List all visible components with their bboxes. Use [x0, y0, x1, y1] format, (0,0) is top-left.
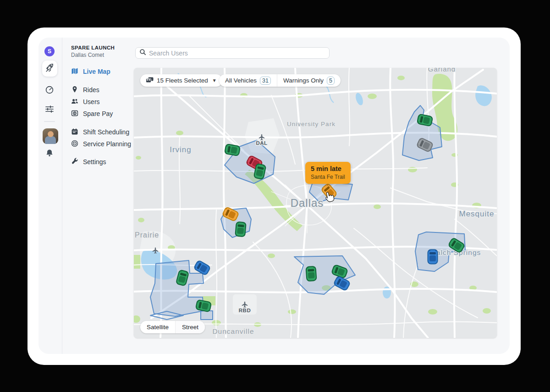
city-label: Mesquite: [459, 210, 495, 218]
pin-icon: [71, 86, 78, 94]
sidebar-item-settings[interactable]: Settings: [71, 157, 106, 166]
rail-item-controls[interactable]: [45, 105, 54, 115]
sidebar-item-rides[interactable]: Rides: [71, 85, 99, 94]
avatar[interactable]: [43, 128, 58, 144]
sidebar-item-shift-scheduling[interactable]: Shift Scheduling: [71, 127, 129, 137]
pay-icon: [71, 110, 78, 118]
sidebar-item-users[interactable]: Users: [71, 97, 100, 106]
sidebar-item-label: Shift Scheduling: [83, 128, 129, 136]
spare-logo[interactable]: S: [44, 46, 55, 56]
map-layer-toggle: Satellite Street: [140, 321, 205, 333]
sidebar-item-label: Service Planning: [83, 140, 131, 148]
icon-rail: S: [38, 38, 62, 354]
target-icon: [71, 140, 78, 149]
airport-code: DAL: [256, 140, 267, 146]
rail-item-dashboard[interactable]: [45, 86, 54, 95]
fleets-dropdown-button[interactable]: 15 Fleets Selected ▼: [140, 74, 222, 87]
city-label: University Park: [287, 121, 336, 127]
all-vehicles-count-badge: 31: [260, 77, 271, 85]
vehicle-status-tooltip: 5 min late Santa Fe Trail: [305, 162, 351, 184]
tooltip-title: 5 min late: [311, 165, 345, 172]
city-label: Prairie: [135, 231, 159, 239]
avatar-shirt: [45, 136, 56, 144]
sliders-icon: [45, 105, 54, 116]
calendar-icon: [71, 128, 78, 137]
brand-name: SPARE LAUNCH: [71, 45, 135, 50]
rocket-icon: [45, 63, 55, 74]
avatar-face: [48, 131, 54, 137]
sidebar-item-label: Users: [83, 98, 100, 105]
layer-button-street[interactable]: Street: [175, 321, 205, 333]
rail-item-notifications[interactable]: [45, 149, 54, 159]
city-label: Dallas: [291, 197, 324, 209]
filter-all-vehicles[interactable]: All Vehicles 31: [219, 74, 277, 87]
city-label: Garland: [428, 68, 456, 73]
city-label: Irving: [170, 145, 192, 154]
vehicle-marker-green[interactable]: [235, 222, 246, 237]
city-label: Duncanville: [212, 327, 254, 335]
sidebar-item-spare-pay[interactable]: Spare Pay: [71, 109, 113, 118]
vehicle-marker-blue[interactable]: [428, 250, 438, 264]
wrench-icon: [71, 158, 78, 166]
sidebar-item-label: Live Map: [83, 68, 110, 75]
vehicle-marker-green[interactable]: [306, 266, 316, 281]
vehicle-marker-green[interactable]: [225, 144, 240, 156]
app-window: S: [38, 38, 510, 354]
bell-icon: [45, 149, 54, 159]
rail-item-launch[interactable]: [42, 61, 57, 77]
sidebar-item-label: Rides: [83, 86, 99, 94]
sidebar-item-live-map[interactable]: Live Map: [71, 67, 110, 76]
chevron-down-icon: ▼: [212, 78, 217, 83]
brand-block: SPARE LAUNCH Dallas Comet: [71, 45, 135, 58]
layer-button-satellite[interactable]: Satellite: [140, 321, 175, 333]
tooltip-subtitle: Santa Fe Trail: [311, 174, 345, 180]
sidebar-item-label: Spare Pay: [83, 110, 113, 117]
sidebar-divider: [62, 38, 62, 354]
search-input[interactable]: [149, 50, 325, 57]
device-frame: S: [28, 28, 521, 365]
vehicle-filter-segmented: All Vehicles 31 Warnings Only 5: [219, 74, 341, 87]
brand-org: Dallas Comet: [71, 52, 135, 58]
fleets-dropdown-label: 15 Fleets Selected: [157, 77, 208, 84]
filter-label: Warnings Only: [283, 77, 324, 84]
sidebar-item-label: Settings: [83, 158, 106, 166]
filter-label: All Vehicles: [225, 77, 257, 84]
gauge-icon: [45, 85, 54, 96]
warnings-count-badge: 5: [327, 77, 335, 85]
rail-divider: [44, 121, 55, 122]
filter-warnings-only[interactable]: Warnings Only 5: [277, 74, 341, 87]
fleet-icon: [146, 77, 154, 84]
search-bar: [135, 47, 330, 59]
map-canvas[interactable]: GarlandUniversity ParkIrvingDallasMesqui…: [134, 68, 497, 338]
users-icon: [71, 98, 78, 106]
search-icon: [139, 49, 146, 57]
airport-code: RBD: [239, 308, 251, 313]
sidebar-item-service-planning[interactable]: Service Planning: [71, 139, 131, 149]
map-icon: [71, 67, 78, 76]
